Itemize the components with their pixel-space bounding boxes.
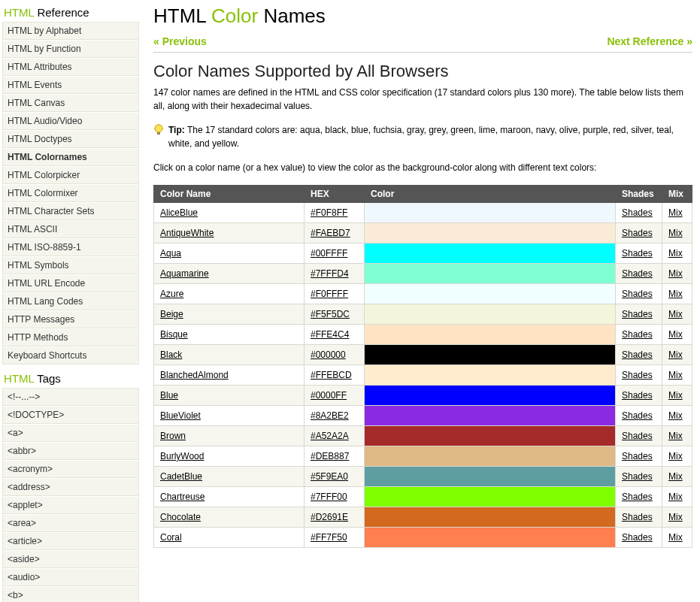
mix-link[interactable]: Mix [668,492,683,502]
color-name-link[interactable]: Brown [160,431,186,441]
shades-link[interactable]: Shades [622,309,653,319]
sidebar-item[interactable]: HTML Canvas [2,94,139,112]
color-hex-link[interactable]: #F5F5DC [311,309,350,319]
color-hex-link[interactable]: #FF7F50 [311,532,347,543]
color-name-link[interactable]: Azure [160,289,183,299]
color-hex-link[interactable]: #A52A2A [311,431,349,441]
sidebar-item[interactable]: HTML Attributes [2,58,139,76]
sidebar-item[interactable]: HTML ISO-8859-1 [2,238,139,256]
mix-link[interactable]: Mix [668,309,683,319]
sidebar-tag-item[interactable]: <!DOCTYPE> [2,406,139,424]
color-name-link[interactable]: AliceBlue [160,207,198,218]
mix-link[interactable]: Mix [668,370,683,380]
color-hex-link[interactable]: #0000FF [311,390,347,401]
mix-link[interactable]: Mix [668,532,683,543]
color-hex-link[interactable]: #7FFFD4 [311,268,349,279]
prev-link[interactable]: « Previous [153,35,207,47]
color-hex-link[interactable]: #D2691E [311,512,348,522]
sidebar-item[interactable]: HTML by Function [2,40,139,58]
shades-link[interactable]: Shades [622,431,653,441]
color-hex-link[interactable]: #00FFFF [311,248,347,259]
color-hex-link[interactable]: #8A2BE2 [311,410,349,421]
mix-link[interactable]: Mix [668,248,683,259]
mix-link[interactable]: Mix [668,329,683,340]
color-hex-link[interactable]: #5F9EA0 [311,471,348,482]
sidebar-item[interactable]: HTML Events [2,76,139,94]
color-hex-link[interactable]: #F0FFFF [311,289,348,299]
sidebar-tag-item[interactable]: <aside> [2,550,139,568]
shades-link[interactable]: Shades [622,512,653,522]
shades-link[interactable]: Shades [622,492,653,502]
mix-link[interactable]: Mix [668,268,683,279]
mix-link[interactable]: Mix [668,410,683,421]
shades-link[interactable]: Shades [622,228,653,238]
sidebar-item[interactable]: HTML Symbols [2,256,139,274]
mix-link[interactable]: Mix [668,512,683,522]
sidebar-tag-item[interactable]: <audio> [2,568,139,586]
sidebar-item[interactable]: HTML URL Encode [2,274,139,292]
mix-link[interactable]: Mix [668,431,683,441]
color-name-link[interactable]: Chocolate [160,512,201,522]
shades-link[interactable]: Shades [622,471,653,482]
sidebar-item[interactable]: HTTP Methods [2,328,139,346]
sidebar-item[interactable]: HTML Colornames [2,148,139,166]
color-name-link[interactable]: Chartreuse [160,492,205,502]
sidebar-tag-item[interactable]: <area> [2,514,139,532]
mix-link[interactable]: Mix [668,390,683,401]
sidebar-tag-item[interactable]: <acronym> [2,460,139,478]
mix-link[interactable]: Mix [668,451,683,461]
sidebar-item[interactable]: Keyboard Shortcuts [2,346,139,365]
sidebar-tag-item[interactable]: <b> [2,586,139,602]
shades-link[interactable]: Shades [622,289,653,299]
sidebar-tag-item[interactable]: <a> [2,424,139,442]
shades-link[interactable]: Shades [622,329,653,340]
sidebar-item[interactable]: HTML Character Sets [2,202,139,220]
color-name-link[interactable]: Coral [160,532,182,543]
color-name-link[interactable]: BurlyWood [160,451,204,461]
shades-link[interactable]: Shades [622,532,653,543]
color-name-link[interactable]: Beige [160,309,183,319]
color-hex-link[interactable]: #FFEBCD [311,370,352,380]
shades-link[interactable]: Shades [622,268,653,279]
mix-link[interactable]: Mix [668,349,683,360]
color-hex-link[interactable]: #DEB887 [311,451,349,461]
color-name-link[interactable]: AntiqueWhite [160,228,214,238]
sidebar-item[interactable]: HTTP Messages [2,310,139,328]
sidebar-tag-item[interactable]: <address> [2,478,139,496]
sidebar-tag-item[interactable]: <article> [2,532,139,550]
shades-link[interactable]: Shades [622,451,653,461]
color-hex-link[interactable]: #7FFF00 [311,492,347,502]
shades-link[interactable]: Shades [622,410,653,421]
color-name-link[interactable]: Aquamarine [160,268,209,279]
color-hex-link[interactable]: #FFE4C4 [311,329,349,340]
mix-link[interactable]: Mix [668,207,683,218]
sidebar-item[interactable]: HTML Lang Codes [2,292,139,310]
shades-link[interactable]: Shades [622,207,653,218]
sidebar-item[interactable]: HTML ASCII [2,220,139,238]
color-name-link[interactable]: Black [160,349,182,360]
mix-link[interactable]: Mix [668,228,683,238]
shades-link[interactable]: Shades [622,349,653,360]
next-link[interactable]: Next Reference » [607,35,692,47]
sidebar-tag-item[interactable]: <applet> [2,496,139,514]
shades-link[interactable]: Shades [622,370,653,380]
sidebar-item[interactable]: HTML Doctypes [2,130,139,148]
sidebar-tag-item[interactable]: <abbr> [2,442,139,460]
shades-link[interactable]: Shades [622,390,653,401]
mix-link[interactable]: Mix [668,471,683,482]
color-name-link[interactable]: Bisque [160,329,188,340]
color-hex-link[interactable]: #FAEBD7 [311,228,350,238]
color-name-link[interactable]: BlanchedAlmond [160,370,229,380]
color-hex-link[interactable]: #F0F8FF [311,207,347,218]
color-name-link[interactable]: Aqua [160,248,181,259]
color-name-link[interactable]: Blue [160,390,178,401]
sidebar-item[interactable]: HTML Colormixer [2,184,139,202]
color-hex-link[interactable]: #000000 [311,349,346,360]
sidebar-item[interactable]: HTML Colorpicker [2,166,139,184]
color-name-link[interactable]: CadetBlue [160,471,202,482]
shades-link[interactable]: Shades [622,248,653,259]
sidebar-item[interactable]: HTML by Alphabet [2,22,139,40]
sidebar-tag-item[interactable]: <!--...--> [2,388,139,406]
mix-link[interactable]: Mix [668,289,683,299]
sidebar-item[interactable]: HTML Audio/Video [2,112,139,130]
